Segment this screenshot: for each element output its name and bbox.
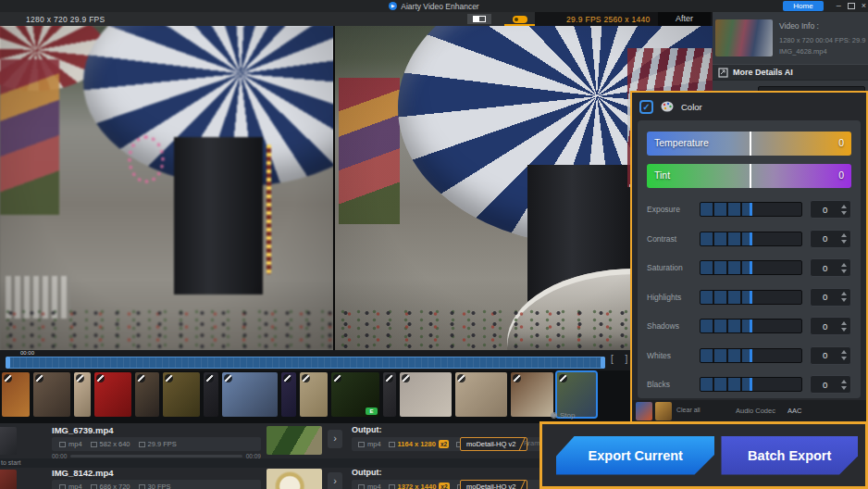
filmstrip-thumbnail[interactable] [383,372,396,417]
contrast-slider[interactable] [700,232,803,246]
model-section-header[interactable]: More Details AI [713,64,868,81]
filmstrip-thumbnail[interactable] [222,372,278,417]
filmstrip: E [0,370,713,423]
filmstrip-thumbnail[interactable] [94,372,131,417]
spin-down-icon [841,240,847,244]
tower-shape [527,165,639,304]
color-panel: ✓ Color Temperature 0 Tint 0 Exposure [630,91,868,424]
timeline-trim-bar[interactable] [6,357,605,369]
slider-marker[interactable] [750,132,751,156]
titlebar: ▶ Aiarty Video Enhancer Home – × [0,0,868,12]
small-tent-shape [0,26,105,91]
filmstrip-thumbnail[interactable] [455,372,507,417]
app-title: Aiarty Video Enhancer [401,2,478,11]
minimize-icon[interactable]: – [837,0,841,12]
filmstrip-thumbnail[interactable] [511,372,553,417]
home-button[interactable]: Home [783,1,824,11]
highlights-spinbox[interactable]: 0 [810,288,851,307]
export-panel: Export Current Batch Export [539,421,868,489]
saturation-slider[interactable] [700,260,803,275]
underlying-content-strip: Clear all Audio Codec AAC [632,400,866,422]
filmstrip-thumbnail[interactable] [300,372,328,417]
spin-up-icon [841,292,847,295]
whites-slider[interactable] [700,348,803,363]
batch-export-button[interactable]: Batch Export [721,436,858,475]
tint-slider[interactable]: Tint 0 [647,164,851,188]
exposure-row: Exposure 0 [647,200,851,219]
exposure-slider[interactable] [700,202,803,217]
saturation-spinbox[interactable]: 0 [810,258,851,277]
carousel-tent-shape [83,26,333,186]
filmstrip-thumbnail[interactable] [135,372,159,417]
filmstrip-thumbnail[interactable]: E [331,372,379,417]
compare-view-icon [513,16,527,23]
split-view-toggle[interactable] [467,14,491,24]
source-info-bar: mp4 582 x 640 29.9 FPS [52,437,261,451]
video-thumbnail [715,19,773,56]
blacks-spinbox[interactable]: 0 [810,375,851,394]
palette-icon [661,101,674,112]
stop-control[interactable]: Stop [551,411,575,420]
queue-thumbnail [267,426,322,455]
filmstrip-thumbnail[interactable] [2,372,30,417]
chevron-right-icon[interactable]: › [328,430,342,448]
filmstrip-thumbnail[interactable] [281,372,296,417]
color-panel-header: ✓ Color [632,93,866,120]
filmstrip-thumbnail[interactable] [204,372,218,417]
spin-up-icon [841,233,847,237]
clear-all-label[interactable]: Clear all [676,407,701,413]
format-icon [59,484,66,489]
spin-down-icon [841,328,847,332]
maximize-icon[interactable] [848,3,855,9]
color-panel-body: Temperature 0 Tint 0 Exposure 0 Contrast [638,120,861,398]
filmstrip-thumbnail[interactable] [74,372,91,417]
compare-view-toggle[interactable] [504,14,536,26]
clipped-text: Fram [524,439,540,447]
color-enable-checkbox[interactable]: ✓ [639,100,653,114]
format-icon [358,484,365,489]
trim-bracket-icons[interactable]: [ ] [611,354,632,364]
edit-badge-icon [165,374,173,382]
close-icon[interactable]: × [862,0,866,12]
filmstrip-thumbnail[interactable] [400,372,452,417]
filmstrip-thumbnail[interactable] [557,372,596,417]
trim-handle-left[interactable] [6,357,10,369]
source-filename: IMG_8142.mp4 [52,468,114,478]
after-tab[interactable]: After [658,12,711,26]
trim-handle-right[interactable] [601,357,605,369]
model-badge[interactable]: moDetail-HQ v2 [460,480,527,489]
waiting-status-text: Waiting to start [0,459,20,466]
resolution-icon [91,442,97,447]
filmstrip-thumbnail[interactable] [33,372,70,417]
fps-icon [139,442,145,447]
queue-thumbnail [267,469,322,489]
timeline-time-label: 00:00 [20,350,34,356]
tower-shape [174,137,263,295]
model-badge[interactable]: moDetail-HQ v2 [460,437,527,451]
edit-badge-icon [402,374,410,382]
whites-spinbox[interactable]: 0 [810,346,851,365]
contrast-spinbox[interactable]: 0 [810,230,851,248]
temperature-slider[interactable]: Temperature 0 [647,132,851,156]
filmstrip-thumbnail[interactable] [163,372,200,417]
spin-down-icon [841,357,847,360]
spin-down-icon [841,270,847,273]
chevron-right-icon[interactable]: › [328,472,342,489]
slider-marker[interactable] [750,164,751,188]
shadows-slider[interactable] [700,319,803,333]
blacks-slider[interactable] [700,377,803,392]
exposure-spinbox[interactable]: 0 [810,200,851,219]
light-strip-shape [267,144,271,274]
shadows-spinbox[interactable]: 0 [810,317,851,335]
video-preview [0,26,713,350]
edit-badge-icon [457,374,465,382]
highlights-slider[interactable] [700,290,803,305]
spin-up-icon [841,380,847,383]
format-icon [59,442,66,447]
stop-radio-icon [551,412,557,419]
export-current-button[interactable]: Export Current [556,436,714,475]
spin-up-icon [841,321,847,325]
trim-track[interactable] [70,455,242,458]
resolution-icon [91,484,97,489]
audio-codec-label: Audio Codec [736,407,775,415]
